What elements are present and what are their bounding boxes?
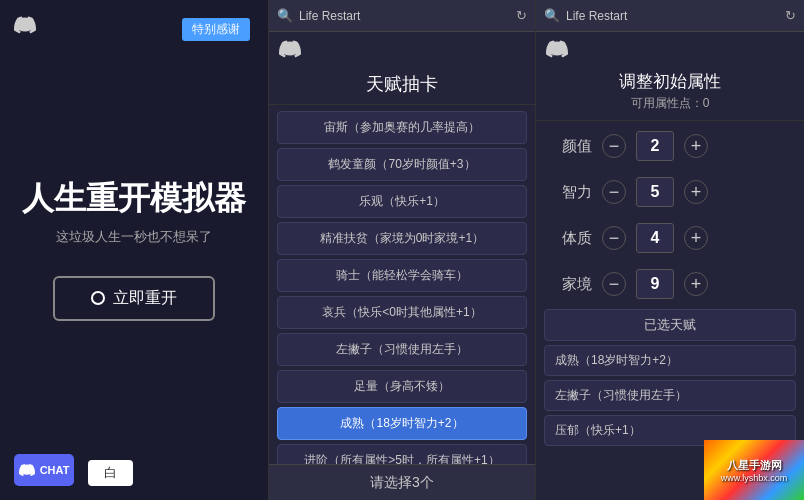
attr-row: 颜值−2+ xyxy=(556,131,784,161)
talent-item[interactable]: 足量（身高不矮） xyxy=(277,370,527,403)
talent-item[interactable]: 精准扶贫（家境为0时家境+1） xyxy=(277,222,527,255)
restart-button-label: 立即重开 xyxy=(113,288,177,309)
duck-icon-middle xyxy=(279,38,301,60)
discord-label: CHAT xyxy=(40,464,70,476)
attr-label: 体质 xyxy=(556,229,592,248)
talent-list: 宙斯（参加奥赛的几率提高）鹤发童颜（70岁时颜值+3）乐观（快乐+1）精准扶贫（… xyxy=(269,105,535,464)
attr-row: 家境−9+ xyxy=(556,269,784,299)
duck-icon-right xyxy=(546,38,568,60)
talent-item[interactable]: 进阶（所有属性>5时，所有属性+1） xyxy=(277,444,527,464)
watermark-line1: 八星手游网 xyxy=(727,458,782,473)
available-points-label: 可用属性点： xyxy=(631,96,703,110)
middle-panel-title: 天赋抽卡 xyxy=(269,60,535,105)
right-panel: 🔍 Life Restart ↻ 调整初始属性 可用属性点：0 颜值−2+智力−… xyxy=(536,0,804,500)
attr-row: 体质−4+ xyxy=(556,223,784,253)
game-title: 人生重开模拟器 xyxy=(22,179,246,217)
attr-minus-button[interactable]: − xyxy=(602,272,626,296)
talent-item[interactable]: 骑士（能轻松学会骑车） xyxy=(277,259,527,292)
special-thanks-badge: 特别感谢 xyxy=(182,18,250,41)
watermark-line2: www.lyshbx.com xyxy=(721,473,788,483)
restart-circle-icon xyxy=(91,291,105,305)
attr-value: 2 xyxy=(636,131,674,161)
watermark: 八星手游网 www.lyshbx.com xyxy=(704,440,804,500)
search-icon-middle: 🔍 xyxy=(277,8,293,23)
attr-row: 智力−5+ xyxy=(556,177,784,207)
refresh-icon-middle[interactable]: ↻ xyxy=(516,8,527,23)
talent-item[interactable]: 成熟（18岁时智力+2） xyxy=(277,407,527,440)
middle-browser-title: Life Restart xyxy=(299,9,510,23)
attr-plus-button[interactable]: + xyxy=(684,272,708,296)
attr-available-points: 可用属性点：0 xyxy=(536,95,804,121)
attribute-list: 颜值−2+智力−5+体质−4+家境−9+ xyxy=(536,121,804,309)
discord-chat-button[interactable]: CHAT xyxy=(14,454,74,486)
attr-panel-title: 调整初始属性 xyxy=(536,60,804,95)
attr-minus-button[interactable]: − xyxy=(602,226,626,250)
selected-talents-header: 已选天赋 xyxy=(544,309,796,341)
middle-panel: 🔍 Life Restart ↻ 天赋抽卡 宙斯（参加奥赛的几率提高）鹤发童颜（… xyxy=(268,0,536,500)
talent-item[interactable]: 哀兵（快乐<0时其他属性+1） xyxy=(277,296,527,329)
attr-label: 颜值 xyxy=(556,137,592,156)
talent-item[interactable]: 左撇子（习惯使用左手） xyxy=(277,333,527,366)
attr-value: 4 xyxy=(636,223,674,253)
attr-plus-button[interactable]: + xyxy=(684,180,708,204)
left-panel: 特别感谢 人生重开模拟器 这垃圾人生一秒也不想呆了 立即重开 CHAT 白 xyxy=(0,0,268,500)
discord-icon xyxy=(19,462,35,478)
select-count-label: 请选择3个 xyxy=(370,474,434,492)
attr-minus-button[interactable]: − xyxy=(602,180,626,204)
refresh-icon-right[interactable]: ↻ xyxy=(785,8,796,23)
attr-minus-button[interactable]: − xyxy=(602,134,626,158)
search-icon-right: 🔍 xyxy=(544,8,560,23)
talent-item[interactable]: 乐观（快乐+1） xyxy=(277,185,527,218)
right-browser-title: Life Restart xyxy=(566,9,779,23)
attr-label: 家境 xyxy=(556,275,592,294)
available-points-value: 0 xyxy=(703,96,710,110)
bottom-select-bar: 请选择3个 xyxy=(269,464,535,500)
game-subtitle: 这垃圾人生一秒也不想呆了 xyxy=(56,228,212,246)
talent-item[interactable]: 鹤发童颜（70岁时颜值+3） xyxy=(277,148,527,181)
selected-talent-item: 成熟（18岁时智力+2） xyxy=(544,345,796,376)
right-browser-bar: 🔍 Life Restart ↻ xyxy=(536,0,804,32)
middle-icon-row xyxy=(269,32,535,60)
selected-talent-item: 左撇子（习惯使用左手） xyxy=(544,380,796,411)
attr-plus-button[interactable]: + xyxy=(684,226,708,250)
talent-item[interactable]: 宙斯（参加奥赛的几率提高） xyxy=(277,111,527,144)
attr-plus-button[interactable]: + xyxy=(684,134,708,158)
discord-top-icon xyxy=(14,14,36,40)
attr-label: 智力 xyxy=(556,183,592,202)
attr-value: 9 xyxy=(636,269,674,299)
right-icon-row xyxy=(536,32,804,60)
restart-button[interactable]: 立即重开 xyxy=(53,276,215,321)
middle-browser-bar: 🔍 Life Restart ↻ xyxy=(269,0,535,32)
attr-value: 5 xyxy=(636,177,674,207)
white-button[interactable]: 白 xyxy=(88,460,133,486)
